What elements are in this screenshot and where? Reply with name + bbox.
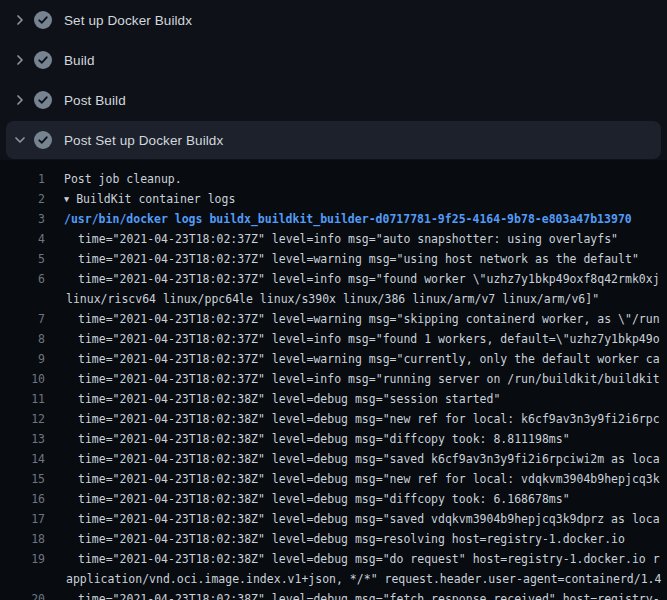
step-row-build[interactable]: Build: [0, 40, 667, 80]
line-number-link[interactable]: 8: [0, 329, 45, 349]
log-row: 19time="2021-04-23T18:02:38Z" level=debu…: [0, 549, 667, 569]
log-text: time="2021-04-23T18:02:38Z" level=debug …: [78, 389, 500, 409]
log-text: time="2021-04-23T18:02:37Z" level=info m…: [78, 369, 660, 389]
log-text: time="2021-04-23T18:02:37Z" level=warnin…: [78, 309, 660, 329]
log-text: time="2021-04-23T18:02:38Z" level=debug …: [78, 589, 660, 600]
chevron-right-icon: [12, 92, 28, 108]
step-row-set-up-docker-buildx[interactable]: Set up Docker Buildx: [0, 0, 667, 40]
line-number-link[interactable]: 7: [0, 309, 45, 329]
log-command-text: /usr/bin/docker logs buildx_buildkit_bui…: [64, 209, 632, 229]
log-text: time="2021-04-23T18:02:38Z" level=debug …: [78, 549, 660, 569]
line-number-link[interactable]: 13: [0, 429, 45, 449]
step-label: Post Build: [64, 93, 126, 108]
steps-list: Set up Docker BuildxBuildPost BuildPost …: [0, 0, 667, 160]
log-group-title: BuildKit container logs: [76, 192, 235, 206]
line-number-link[interactable]: 19: [0, 549, 45, 569]
line-number-link[interactable]: 9: [0, 349, 45, 369]
check-circle-icon: [34, 11, 52, 29]
line-number-link[interactable]: 6: [0, 269, 45, 289]
log-row: 17time="2021-04-23T18:02:38Z" level=debu…: [0, 509, 667, 529]
line-number-empty: [0, 289, 45, 309]
line-number-link[interactable]: 14: [0, 449, 45, 469]
line-number-link[interactable]: 12: [0, 409, 45, 429]
step-label: Build: [64, 53, 95, 68]
log-row: 16time="2021-04-23T18:02:38Z" level=debu…: [0, 489, 667, 509]
log-text: Post job cleanup.: [64, 169, 182, 189]
log-row: 10time="2021-04-23T18:02:37Z" level=info…: [0, 369, 667, 389]
log-panel: 1Post job cleanup.2▼BuildKit container l…: [0, 160, 667, 600]
chevron-right-icon: [12, 52, 28, 68]
line-number-link[interactable]: 17: [0, 509, 45, 529]
log-row: 9time="2021-04-23T18:02:37Z" level=warni…: [0, 349, 667, 369]
log-text: linux/riscv64 linux/ppc64le linux/s390x …: [66, 289, 599, 309]
log-text: time="2021-04-23T18:02:37Z" level=info m…: [78, 269, 660, 289]
line-number-empty: [0, 569, 45, 589]
line-number-link[interactable]: 15: [0, 469, 45, 489]
line-number-link[interactable]: 3: [0, 209, 45, 229]
check-circle-icon: [34, 51, 52, 69]
log-row: 3/usr/bin/docker logs buildx_buildkit_bu…: [0, 209, 667, 229]
log-row: 7time="2021-04-23T18:02:37Z" level=warni…: [0, 309, 667, 329]
log-text: time="2021-04-23T18:02:37Z" level=warnin…: [78, 249, 639, 269]
log-text: time="2021-04-23T18:02:38Z" level=debug …: [78, 409, 660, 429]
log-text: time="2021-04-23T18:02:38Z" level=debug …: [78, 469, 660, 489]
triangle-down-icon: ▼: [64, 189, 69, 209]
step-row-post-build[interactable]: Post Build: [0, 80, 667, 120]
line-number-link[interactable]: 10: [0, 369, 45, 389]
log-row: application/vnd.oci.image.index.v1+json,…: [0, 569, 667, 589]
log-row: 20time="2021-04-23T18:02:38Z" level=debu…: [0, 589, 667, 600]
log-row: 4time="2021-04-23T18:02:37Z" level=info …: [0, 229, 667, 249]
log-row: 11time="2021-04-23T18:02:38Z" level=debu…: [0, 389, 667, 409]
log-row: 15time="2021-04-23T18:02:38Z" level=debu…: [0, 469, 667, 489]
log-row: 6time="2021-04-23T18:02:37Z" level=info …: [0, 269, 667, 289]
log-text: time="2021-04-23T18:02:38Z" level=debug …: [78, 489, 570, 509]
chevron-right-icon: [12, 12, 28, 28]
log-group-toggle[interactable]: ▼BuildKit container logs: [64, 189, 235, 209]
line-number-link[interactable]: 18: [0, 529, 45, 549]
step-label: Set up Docker Buildx: [64, 13, 192, 28]
check-circle-icon: [34, 131, 52, 149]
log-row: 8time="2021-04-23T18:02:37Z" level=info …: [0, 329, 667, 349]
log-text: time="2021-04-23T18:02:38Z" level=debug …: [78, 429, 570, 449]
log-text: time="2021-04-23T18:02:38Z" level=debug …: [78, 509, 660, 529]
line-number-link[interactable]: 20: [0, 589, 45, 600]
workflow-log-viewer: Set up Docker BuildxBuildPost BuildPost …: [0, 0, 667, 600]
log-row: 5time="2021-04-23T18:02:37Z" level=warni…: [0, 249, 667, 269]
step-label: Post Set up Docker Buildx: [64, 133, 223, 148]
line-number-link[interactable]: 2: [0, 189, 45, 209]
log-row: 1Post job cleanup.: [0, 169, 667, 189]
log-row: 12time="2021-04-23T18:02:38Z" level=debu…: [0, 409, 667, 429]
line-number-link[interactable]: 4: [0, 229, 45, 249]
line-number-link[interactable]: 11: [0, 389, 45, 409]
log-row: 14time="2021-04-23T18:02:38Z" level=debu…: [0, 449, 667, 469]
check-circle-icon: [34, 91, 52, 109]
log-row: linux/riscv64 linux/ppc64le linux/s390x …: [0, 289, 667, 309]
step-row-post-set-up-docker-buildx[interactable]: Post Set up Docker Buildx: [6, 121, 661, 159]
line-number-link[interactable]: 16: [0, 489, 45, 509]
log-text: time="2021-04-23T18:02:37Z" level=info m…: [78, 329, 660, 349]
log-text: application/vnd.oci.image.index.v1+json,…: [66, 569, 661, 589]
chevron-down-icon: [12, 132, 28, 148]
log-text: time="2021-04-23T18:02:38Z" level=debug …: [78, 529, 625, 549]
log-text: time="2021-04-23T18:02:37Z" level=warnin…: [78, 349, 660, 369]
log-row: 13time="2021-04-23T18:02:38Z" level=debu…: [0, 429, 667, 449]
log-row: 18time="2021-04-23T18:02:38Z" level=debu…: [0, 529, 667, 549]
log-text: time="2021-04-23T18:02:37Z" level=info m…: [78, 229, 618, 249]
line-number-link[interactable]: 5: [0, 249, 45, 269]
line-number-link[interactable]: 1: [0, 169, 45, 189]
log-text: time="2021-04-23T18:02:38Z" level=debug …: [78, 449, 660, 469]
log-row: 2▼BuildKit container logs: [0, 189, 667, 209]
